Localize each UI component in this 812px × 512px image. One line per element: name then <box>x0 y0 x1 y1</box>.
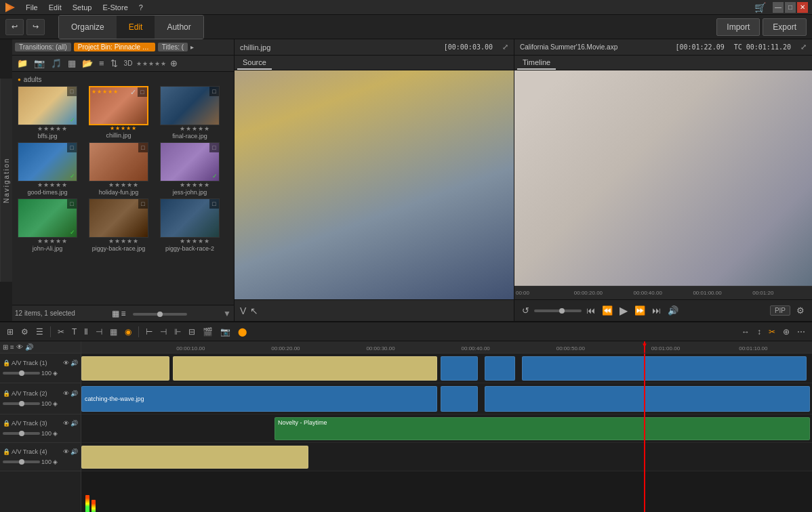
prev-frame-button[interactable]: ⏪ <box>600 304 615 317</box>
maximize-button[interactable]: □ <box>785 2 796 13</box>
track-1-lock[interactable]: 🔒 <box>3 360 10 366</box>
project-bin-badge[interactable]: Project Bin: Pinnacle Stu... <box>74 43 155 51</box>
track-2-keyframe[interactable]: ◈ <box>53 400 58 407</box>
folder-icon[interactable]: 📂 <box>80 58 95 69</box>
split-clip-icon[interactable]: ⊢ <box>143 326 155 337</box>
titles-badge[interactable]: Titles: ( <box>158 43 188 51</box>
thumb-piggy2[interactable]: □ ★★★★★ piggy-back-race-2 <box>160 198 228 252</box>
track-4-volume-slider[interactable] <box>3 461 40 463</box>
thumb-chillin[interactable]: ★★★★★ □ ✓ ★★★★★ chillin.jpg <box>89 86 157 140</box>
add-media-icon[interactable]: 📁 <box>15 58 30 69</box>
sort-icon[interactable]: ⇅ <box>108 58 120 69</box>
track-3-audio[interactable]: 🔊 <box>70 420 78 427</box>
list-view-icon[interactable]: ≡ <box>121 309 126 318</box>
clip-t3-novelty[interactable]: Novelty - Playtime <box>275 417 810 440</box>
menu-edit[interactable]: Edit <box>43 3 67 12</box>
track-2-volume-slider[interactable] <box>3 402 40 405</box>
settings-tl-icon[interactable]: ⚙ <box>18 326 31 337</box>
clip-t1-5[interactable] <box>522 356 807 381</box>
cart-icon[interactable]: 🛒 <box>754 2 766 13</box>
thumb-jess[interactable]: □ ✓ ★★★★★ jess-john.jpg <box>160 142 228 196</box>
track-2-audio[interactable]: 🔊 <box>70 390 78 397</box>
track-3-lock[interactable]: 🔒 <box>3 420 10 427</box>
track-2-eye[interactable]: 👁 <box>63 390 69 397</box>
clip-t4-1[interactable] <box>81 446 308 469</box>
source-tab[interactable]: Source <box>237 56 272 70</box>
filter-icon[interactable]: ⊕ <box>168 58 180 69</box>
menu-estore[interactable]: E-Store <box>97 3 133 12</box>
audio-icon[interactable]: 🎵 <box>49 58 64 69</box>
grid-icon[interactable]: ▦ <box>66 58 78 69</box>
razor-tool[interactable]: ✂ <box>55 326 67 337</box>
expand-right-icon[interactable]: ▸ <box>190 43 194 51</box>
volume-slider[interactable] <box>534 310 582 312</box>
loop-button[interactable]: ↺ <box>520 304 531 317</box>
more-tl-icon[interactable]: ⋯ <box>794 326 808 337</box>
size-slider[interactable] <box>133 310 187 317</box>
paste-icon[interactable]: ⊕ <box>780 326 792 337</box>
mark-in-icon[interactable]: ⊣ <box>157 326 169 337</box>
track-4-eye[interactable]: 👁 <box>63 448 69 455</box>
track-3-keyframe[interactable]: ◈ <box>53 430 58 437</box>
clip-t2-3[interactable] <box>485 386 810 412</box>
volume-icon[interactable]: 🔊 <box>666 304 681 317</box>
timeline-tab[interactable]: Timeline <box>517 56 556 70</box>
source-expand-icon[interactable]: ⤢ <box>502 43 508 51</box>
camera-icon[interactable]: 📷 <box>32 58 47 69</box>
pip-button[interactable]: PIP <box>770 305 790 316</box>
thumb-holiday[interactable]: □ ★★★★★ holiday-fun.jpg <box>89 142 157 196</box>
color-tool[interactable]: ◉ <box>122 326 134 337</box>
clip-t2-catching[interactable]: catching-the-wave.jpg <box>81 386 437 412</box>
menu-file[interactable]: File <box>20 3 43 12</box>
undo-button[interactable]: ↩ <box>5 19 24 35</box>
grid-view-icon[interactable]: ▦ <box>112 309 119 318</box>
clip-t2-2[interactable] <box>441 386 478 412</box>
redo-button[interactable]: ↪ <box>26 19 45 35</box>
track-4-content[interactable] <box>81 443 812 471</box>
text-tool[interactable]: T <box>69 326 79 337</box>
next-frame-button[interactable]: ⏩ <box>632 304 647 317</box>
cut-icon[interactable]: ✂ <box>766 326 778 337</box>
track-1-audio[interactable]: 🔊 <box>70 360 78 366</box>
zoom-in-icon[interactable]: ↕ <box>754 326 764 337</box>
track-1-eye[interactable]: 👁 <box>63 360 69 366</box>
tab-edit[interactable]: Edit <box>117 16 155 39</box>
add-track-icon[interactable]: ⊞ <box>4 326 16 337</box>
audio-tl-icon[interactable]: 🔊 <box>25 343 33 351</box>
marker-v-button[interactable]: V <box>240 305 246 316</box>
list-tl-icon[interactable]: ≡ <box>10 343 14 351</box>
film-icon[interactable]: 🎬 <box>200 326 216 337</box>
track-4-keyframe[interactable]: ◈ <box>53 458 58 465</box>
export-button[interactable]: Export <box>763 18 807 36</box>
settings-icon[interactable]: ⚙ <box>794 304 807 317</box>
thumb-john[interactable]: □ ✓ ★★★★★ john-Ali.jpg <box>18 198 86 252</box>
tl-gear-icon[interactable]: ☰ <box>33 326 46 337</box>
ripple-icon[interactable]: ⊩ <box>171 326 184 337</box>
thumb-bffs[interactable]: □ ✓ ★★★★★ bffs.jpg <box>18 86 86 140</box>
track-3-volume-slider[interactable] <box>3 432 40 435</box>
close-button[interactable]: ✕ <box>797 2 808 13</box>
scroll-down-icon[interactable]: ▼ <box>223 309 231 318</box>
menu-help[interactable]: ? <box>134 3 148 12</box>
rating-filter[interactable]: ★★★★★ <box>136 60 166 67</box>
track-3-eye[interactable]: 👁 <box>63 420 69 427</box>
clip-t1-1[interactable] <box>81 356 169 381</box>
play-button[interactable]: ▶ <box>617 303 630 318</box>
grid-tl-tool[interactable]: ▦ <box>107 326 120 337</box>
minimize-button[interactable]: — <box>773 2 784 13</box>
menu-setup[interactable]: Setup <box>67 3 98 12</box>
track-1-keyframe[interactable]: ◈ <box>53 370 58 377</box>
track-4-lock[interactable]: 🔒 <box>3 448 10 455</box>
trim-tool[interactable]: ⊣ <box>93 326 105 337</box>
track-3-content[interactable]: Novelty - Playtime <box>81 414 812 443</box>
skip-to-end-button[interactable]: ⏭ <box>650 304 663 317</box>
clip-t1-2[interactable] <box>173 356 437 381</box>
list-view-icon[interactable]: ≡ <box>97 58 106 69</box>
record-icon[interactable]: ⬤ <box>235 326 249 337</box>
tab-organize[interactable]: Organize <box>59 16 117 39</box>
3d-icon[interactable]: 3D <box>122 59 135 68</box>
skip-to-start-button[interactable]: ⏮ <box>584 304 597 317</box>
zoom-out-icon[interactable]: ↔ <box>739 326 752 337</box>
thumb-final-race[interactable]: □ ★★★★★ final-race.jpg <box>160 86 228 140</box>
track-1-volume-slider[interactable] <box>3 372 40 375</box>
